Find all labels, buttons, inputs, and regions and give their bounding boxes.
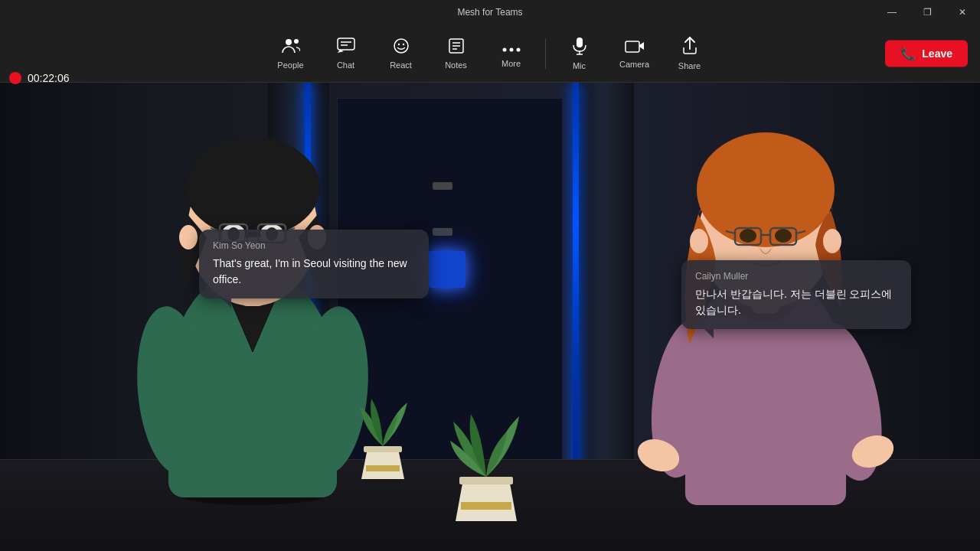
speech-bubble-cailyn: Cailyn Muller 만나서 반갑습니다. 저는 더블린 오피스에 있습니… [681,260,911,329]
window-controls[interactable]: — ❐ ✕ [874,0,980,24]
recording-time: 00:22:06 [28,72,70,84]
minimize-button[interactable]: — [874,0,910,24]
chat-icon [337,37,355,57]
recording-indicator: 00:22:06 [9,49,70,107]
mic-button[interactable]: Mic [555,29,604,78]
svg-point-56 [775,229,792,243]
indicator-dot-1 [433,182,452,190]
more-label: More [501,59,521,68]
react-icon [392,37,410,57]
people-label: People [277,60,303,70]
notes-button[interactable]: Notes [432,29,481,78]
camera-label: Camera [619,60,649,69]
svg-point-12 [502,47,506,51]
mic-icon [571,37,588,58]
share-button[interactable]: Share [665,29,714,78]
react-button[interactable]: React [377,29,426,78]
recording-dot [9,72,21,84]
svg-point-13 [509,47,513,51]
svg-point-57 [690,229,708,253]
meeting-scene: Kim So Yeon That's great, I'm in Seoul v… [0,83,980,551]
close-button[interactable]: ✕ [945,0,980,24]
window-title: Mesh for Teams [457,7,522,18]
bubble-kim-text: That's great, I'm in Seoul visiting the … [213,256,415,288]
plant-left [352,391,413,486]
toolbar-separator [545,38,546,69]
notes-label: Notes [445,60,467,70]
chat-label: Chat [337,60,354,70]
svg-rect-2 [338,38,354,50]
leave-phone-icon: 📞 [900,46,916,60]
svg-point-38 [179,225,198,249]
svg-point-6 [397,43,399,44]
leave-label: Leave [922,47,952,60]
svg-point-0 [286,39,292,45]
indicator-dot-2 [433,228,452,236]
svg-point-28 [185,138,320,237]
react-label: React [390,60,412,70]
svg-rect-15 [577,37,583,47]
title-bar: Mesh for Teams — ❐ ✕ [0,0,980,24]
svg-point-58 [823,229,841,253]
chat-button[interactable]: Chat [322,29,371,78]
svg-rect-59 [366,465,400,471]
svg-rect-18 [626,41,639,52]
share-label: Share [678,61,701,70]
speech-bubble-kim: Kim So Yeon That's great, I'm in Seoul v… [199,230,429,298]
svg-point-55 [740,229,756,243]
plant-right [444,403,528,528]
mic-label: Mic [573,61,586,70]
bubble-cailyn-text: 만나서 반갑습니다. 저는 더블린 오피스에 있습니다. [695,286,897,318]
svg-point-1 [294,39,299,44]
camera-button[interactable]: Camera [610,29,659,78]
people-button[interactable]: People [266,29,315,78]
svg-point-14 [516,47,520,51]
more-icon [502,39,521,56]
leave-button[interactable]: 📞 Leave [885,40,968,67]
toolbar: 00:22:06 People Chat [0,24,980,83]
people-icon [282,37,300,57]
share-icon [681,37,698,58]
svg-rect-62 [459,477,513,484]
blue-glow-indicator [429,251,466,288]
notes-icon [448,37,465,57]
svg-point-5 [394,39,408,53]
bubble-kim-name: Kim So Yeon [213,240,415,251]
more-button[interactable]: More [487,29,536,78]
maximize-button[interactable]: ❐ [910,0,945,24]
camera-icon [625,38,645,57]
bubble-cailyn-name: Cailyn Muller [695,271,897,282]
svg-rect-60 [364,446,402,452]
svg-point-7 [402,43,403,44]
svg-rect-61 [461,502,511,510]
